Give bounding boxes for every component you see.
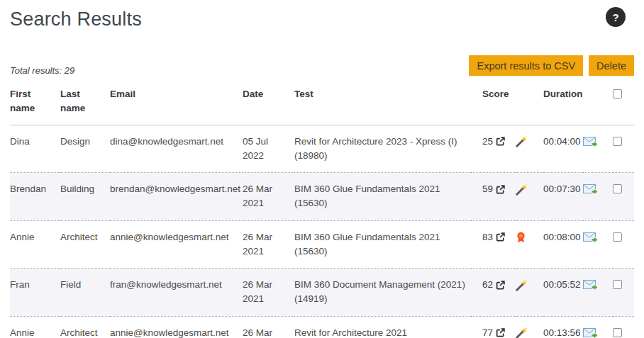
cell-email: brendan@knowledgesmart.net [110, 173, 243, 221]
results-body: Dina Design dina@knowledgesmart.net 05 J… [10, 125, 634, 338]
cell-score: 62 [471, 269, 515, 317]
export-csv-button[interactable]: Export results to CSV [469, 55, 583, 76]
cell-first-name: Annie [10, 220, 60, 269]
delete-button[interactable]: Delete [589, 55, 634, 76]
external-link-icon [496, 328, 505, 337]
cell-duration: 00:08:00 [543, 220, 583, 269]
cell-test: BIM 360 Document Management (2021) (1491… [294, 269, 471, 317]
table-header-row: First name Last name Email Date Test Sco… [10, 81, 634, 125]
cell-last-name: Architect [60, 220, 110, 269]
cell-email-action [583, 316, 613, 338]
score-link[interactable]: 25 [482, 135, 505, 149]
external-link-icon [496, 232, 505, 242]
forward-email-icon[interactable] [583, 280, 599, 291]
cell-score: 77 [471, 316, 515, 338]
cell-date: 05 Jul 2022 [243, 125, 294, 173]
cell-duration: 00:13:56 [543, 316, 583, 338]
cell-duration: 00:04:00 [543, 125, 583, 173]
cell-first-name: Fran [10, 269, 60, 317]
cell-test: BIM 360 Glue Fundamentals 2021 (15630) [294, 220, 471, 269]
cell-email: annie@knowledgesmart.net [110, 220, 243, 269]
cell-email-action [583, 173, 613, 221]
cell-badge [515, 173, 543, 221]
cell-test: Revit for Architecture 2023 - Xpress (I)… [294, 125, 471, 173]
cell-date: 26 Mar 2021 [243, 220, 294, 269]
forward-email-icon[interactable] [583, 328, 599, 338]
cell-date: 26 Mar 2021 [243, 173, 294, 221]
row-checkbox[interactable] [613, 184, 622, 193]
results-table: First name Last name Email Date Test Sco… [10, 81, 634, 338]
external-link-icon [496, 281, 505, 290]
action-buttons: Export results to CSV Delete [469, 55, 634, 76]
cell-date: 26 Mar 2021 [243, 316, 294, 338]
cell-duration: 00:05:52 [543, 269, 583, 317]
cell-last-name: Design [60, 125, 110, 173]
cell-last-name: Field [60, 269, 110, 317]
forward-email-icon[interactable] [583, 137, 599, 148]
cell-email: annie@knowledgesmart.net [110, 316, 243, 338]
score-value: 83 [482, 230, 493, 244]
cell-test: Revit for Architecture 2021 Fundamentals… [294, 316, 471, 338]
forward-email-icon[interactable] [583, 184, 599, 196]
header-date: Date [243, 81, 294, 125]
row-checkbox[interactable] [613, 137, 622, 146]
cell-email-action [583, 220, 613, 269]
magic-wand-icon[interactable] [515, 280, 527, 292]
external-link-icon [496, 137, 505, 146]
cell-email: dina@knowledgesmart.net [110, 125, 243, 173]
forward-email-icon[interactable] [583, 232, 599, 244]
table-row: Annie Architect annie@knowledgesmart.net… [10, 220, 634, 269]
score-link[interactable]: 59 [482, 182, 505, 196]
magic-wand-icon[interactable] [515, 327, 527, 338]
cell-duration: 00:07:30 [543, 173, 583, 221]
header-email: Email [110, 81, 243, 125]
table-row: Dina Design dina@knowledgesmart.net 05 J… [10, 125, 634, 173]
row-checkbox[interactable] [613, 232, 622, 242]
row-checkbox[interactable] [613, 280, 622, 289]
table-row: Annie Architect annie@knowledgesmart.net… [10, 316, 634, 338]
table-row: Fran Field fran@knowledgesmart.net 26 Ma… [10, 269, 634, 317]
cell-first-name: Annie [10, 316, 60, 338]
cell-checkbox [613, 220, 634, 269]
cell-badge [515, 220, 543, 269]
cell-checkbox [613, 269, 634, 317]
header-duration: Duration [543, 81, 583, 125]
cell-score: 83 [471, 220, 515, 269]
question-mark-icon: ? [612, 11, 618, 23]
external-link-icon [496, 185, 505, 194]
score-value: 25 [482, 135, 493, 149]
cell-test: BIM 360 Glue Fundamentals 2021 (15630) [294, 173, 471, 221]
header-email-column [583, 81, 613, 125]
magic-wand-icon[interactable] [515, 184, 527, 196]
score-value: 59 [482, 182, 493, 196]
header-first-name: First name [10, 81, 60, 125]
score-link[interactable]: 77 [482, 326, 505, 338]
cell-email: fran@knowledgesmart.net [110, 269, 243, 317]
page-title: Search Results [10, 9, 634, 30]
table-row: Brendan Building brendan@knowledgesmart.… [10, 173, 634, 221]
score-link[interactable]: 62 [482, 278, 505, 292]
cell-first-name: Dina [10, 125, 60, 173]
score-value: 62 [482, 278, 493, 292]
cell-score: 25 [471, 125, 515, 173]
cell-checkbox [613, 316, 634, 338]
magic-wand-icon[interactable] [515, 136, 527, 148]
row-checkbox[interactable] [613, 328, 622, 337]
total-results-label: Total results: 29 [10, 65, 74, 76]
cell-score: 59 [471, 173, 515, 221]
score-value: 77 [482, 326, 493, 338]
meta-row: Total results: 29 Export results to CSV … [10, 55, 634, 76]
search-results-page: Search Results ? Total results: 29 Expor… [0, 0, 644, 338]
award-ribbon-icon[interactable] [515, 232, 527, 244]
cell-last-name: Architect [60, 316, 110, 338]
help-button[interactable]: ? [606, 7, 626, 27]
header-last-name: Last name [60, 81, 110, 125]
select-all-checkbox[interactable] [613, 89, 622, 98]
cell-last-name: Building [60, 173, 110, 221]
cell-badge [515, 316, 543, 338]
score-link[interactable]: 83 [482, 230, 505, 244]
header-badge-column [515, 81, 543, 125]
cell-badge [515, 269, 543, 317]
header-test: Test [294, 81, 471, 125]
cell-email-action [583, 125, 613, 173]
